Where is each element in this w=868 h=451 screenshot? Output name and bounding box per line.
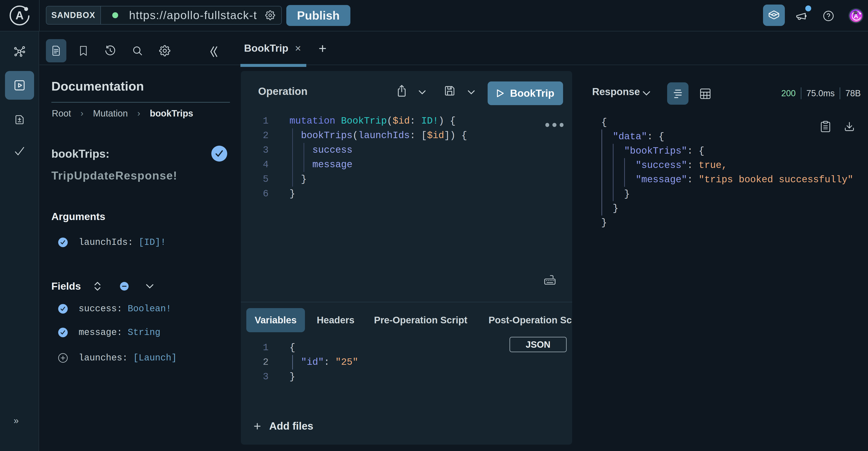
svg-text:A: A [16,9,24,22]
